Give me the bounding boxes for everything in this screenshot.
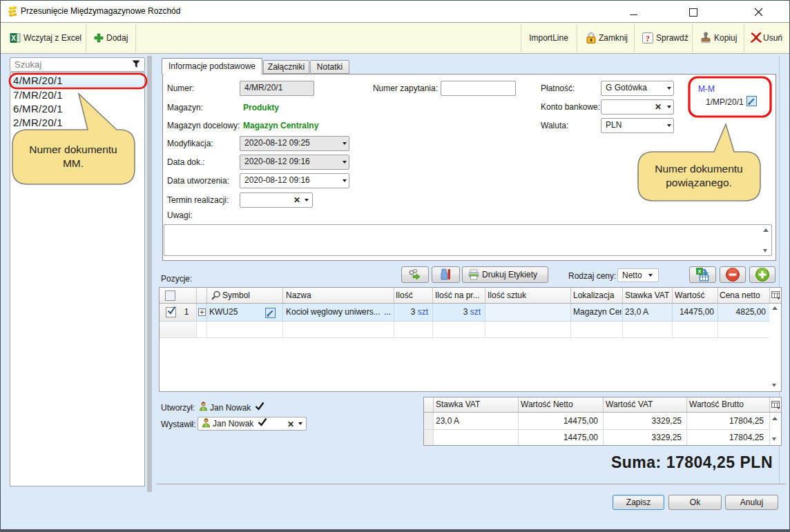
svg-text:X: X: [697, 268, 701, 275]
svg-text:?: ?: [646, 34, 650, 43]
svg-text:X: X: [11, 35, 16, 42]
